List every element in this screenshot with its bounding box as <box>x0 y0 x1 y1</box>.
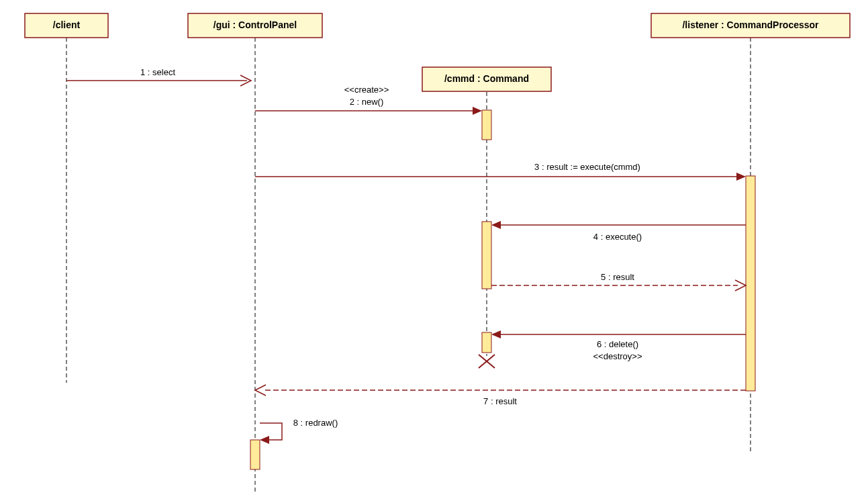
message-1-text: 1 : select <box>140 67 175 77</box>
message-7-text: 7 : result <box>483 396 517 406</box>
sequence-diagram: /client /gui : ControlPanel /cmmd : Comm… <box>0 0 868 503</box>
activation-cmmd-3 <box>482 332 491 353</box>
activation-gui <box>250 440 260 469</box>
message-8-text: 8 : redraw() <box>293 418 338 428</box>
message-8-arrow <box>260 436 269 444</box>
message-2-arrow <box>473 107 482 115</box>
message-3-arrow <box>736 173 746 181</box>
message-4-text: 4 : execute() <box>593 232 642 242</box>
message-6-arrow <box>491 330 501 338</box>
activation-cmmd-2 <box>482 222 491 289</box>
participant-client-label: /client <box>53 19 81 30</box>
participant-gui-label: /gui : ControlPanel <box>213 19 297 30</box>
message-4-arrow <box>491 221 501 229</box>
message-5-text: 5 : result <box>601 272 634 282</box>
message-3-text: 3 : result := execute(cmmd) <box>534 162 640 172</box>
message-2-text: 2 : new() <box>350 97 384 107</box>
message-7-arrow <box>255 385 266 396</box>
message-8-line <box>260 423 282 440</box>
activation-cmmd-1 <box>482 110 491 140</box>
message-6-text: 6 : delete() <box>597 339 638 349</box>
activation-listener <box>746 176 755 391</box>
message-6-stereo: <<destroy>> <box>593 351 642 361</box>
message-2-stereo: <<create>> <box>344 85 389 95</box>
participant-listener-label: /listener : CommandProcessor <box>682 19 819 30</box>
participant-cmmd-label: /cmmd : Command <box>444 73 529 84</box>
